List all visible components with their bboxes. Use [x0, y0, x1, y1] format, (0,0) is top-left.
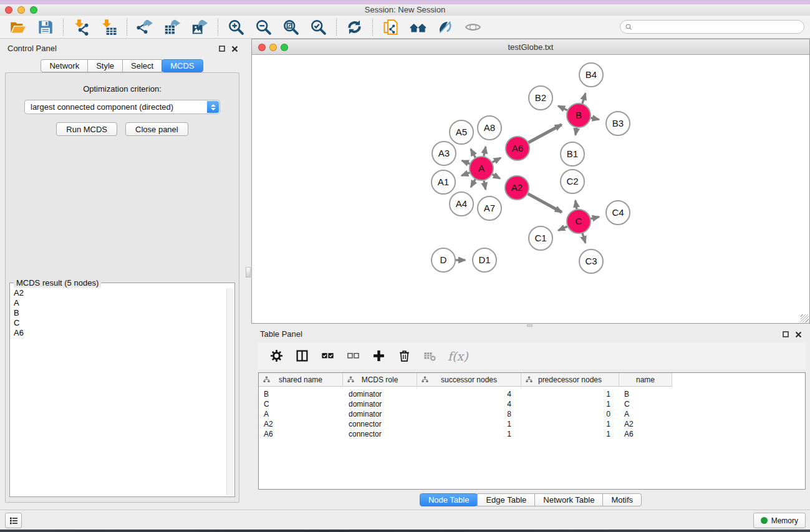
graph-edge-A2-C[interactable] — [528, 194, 562, 213]
table-row[interactable]: Bdominator41B — [259, 389, 805, 399]
tab-mcds[interactable]: MCDS — [162, 59, 203, 72]
graph-edge-A-A5[interactable] — [471, 149, 475, 157]
hide-graphics-details-icon[interactable] — [434, 17, 457, 37]
tab-select[interactable]: Select — [122, 59, 162, 72]
network-from-selection-icon[interactable] — [379, 17, 402, 37]
graph-node-label-B1: B1 — [567, 148, 578, 159]
column-header-shared-name[interactable]: shared name — [259, 373, 343, 387]
result-item[interactable]: C — [14, 318, 225, 328]
graph-node-label-B: B — [576, 110, 582, 120]
run-mcds-button[interactable]: Run MCDS — [56, 122, 117, 136]
graph-edge-A-A7[interactable] — [484, 181, 486, 190]
mcds-result-list[interactable]: A2ABCA6 — [11, 288, 225, 496]
import-table-icon[interactable] — [97, 17, 120, 37]
memory-button[interactable]: Memory — [753, 513, 806, 528]
tab-node-table[interactable]: Node Table — [420, 493, 478, 506]
export-image-icon[interactable] — [188, 17, 211, 37]
close-panel-button[interactable]: Close panel — [125, 122, 188, 136]
graph-edge-A-A1[interactable] — [461, 173, 470, 176]
graph-edge-A-A6[interactable] — [493, 158, 501, 162]
graph-edge-A-A4[interactable] — [471, 179, 475, 187]
zoom-fit-icon[interactable] — [279, 17, 302, 37]
split-columns-icon[interactable] — [294, 349, 309, 364]
result-item[interactable]: A6 — [14, 328, 225, 338]
eye-icon[interactable] — [461, 17, 485, 37]
select-all-icon[interactable] — [320, 349, 335, 364]
horizontal-split-handle[interactable] — [527, 324, 533, 327]
network-zoom-button[interactable] — [281, 44, 288, 51]
table-row[interactable]: A2connector11A2 — [259, 419, 805, 429]
add-row-icon[interactable] — [371, 349, 386, 364]
table-panel-title: Table Panel — [260, 329, 302, 339]
optimization-criterion-dropdown[interactable]: largest connected component (directed) — [24, 100, 220, 114]
graph-edge-A-A2[interactable] — [493, 175, 500, 179]
graph-edge-A-A3[interactable] — [462, 161, 470, 164]
graph-edge-B-B3[interactable] — [591, 118, 599, 120]
graph-edge-C-C1[interactable] — [558, 226, 567, 230]
graph-edge-A-A8[interactable] — [484, 147, 486, 156]
deselect-all-icon[interactable] — [345, 349, 360, 364]
tab-edge-table[interactable]: Edge Table — [477, 493, 535, 506]
result-item[interactable]: B — [14, 308, 225, 318]
open-file-icon[interactable] — [6, 17, 29, 37]
tab-motifs[interactable]: Motifs — [602, 493, 642, 506]
delete-row-icon[interactable] — [397, 349, 412, 364]
refresh-icon[interactable] — [343, 17, 366, 37]
task-list-icon — [9, 516, 19, 526]
float-panel-icon[interactable] — [218, 44, 226, 53]
graph-edge-C-C3[interactable] — [582, 233, 586, 243]
main-toolbar-groups — [6, 17, 485, 37]
float-table-panel-icon[interactable] — [781, 330, 790, 339]
table-row[interactable]: Cdominator41C — [259, 399, 805, 409]
network-canvas[interactable]: AA1A2A3A4A5A6A7A8BB1B2B3B4CC1C2C3C4DD1 — [252, 55, 809, 323]
toolbar-group — [6, 17, 57, 37]
result-item[interactable]: A2 — [14, 288, 225, 298]
graph-edge-C-C4[interactable] — [591, 217, 599, 219]
resize-grip-icon[interactable] — [801, 314, 809, 322]
column-header-predecessor-nodes[interactable]: predecessor nodes — [521, 373, 619, 387]
search-input[interactable] — [635, 22, 799, 31]
graph-node-label-B3: B3 — [612, 118, 624, 128]
graph-node-label-A4: A4 — [456, 198, 467, 209]
network-window-titlebar[interactable]: testGlobe.txt — [252, 39, 809, 55]
graph-edge-A6-B[interactable] — [529, 125, 562, 143]
graph-edge-B-B4[interactable] — [582, 94, 586, 104]
sort-icon — [526, 376, 533, 385]
table-row[interactable]: Adominator80A — [259, 409, 805, 419]
task-history-button[interactable] — [5, 513, 22, 528]
column-label: shared name — [279, 375, 322, 384]
graph-edge-B-B2[interactable] — [558, 106, 567, 110]
network-close-button[interactable] — [258, 44, 266, 51]
save-session-icon[interactable] — [34, 17, 57, 37]
gear-icon[interactable] — [269, 349, 284, 364]
graph-edge-B-B1[interactable] — [576, 128, 577, 135]
export-network-icon[interactable] — [133, 17, 157, 37]
export-table-icon[interactable] — [161, 17, 184, 37]
table-row[interactable]: A6connector11A6 — [259, 429, 805, 439]
toolbar-group — [70, 17, 120, 37]
zoom-in-icon[interactable] — [224, 17, 248, 37]
column-header-name[interactable]: name — [619, 373, 672, 387]
cybrowser-home-icon[interactable] — [407, 17, 430, 37]
zoom-out-icon[interactable] — [252, 17, 275, 37]
graph-edge-C-C2[interactable] — [576, 201, 577, 210]
zoom-selected-icon[interactable] — [307, 17, 330, 37]
close-table-panel-icon[interactable] — [794, 330, 803, 339]
table-cell: connector — [343, 419, 417, 429]
table-cell: A — [619, 409, 672, 419]
import-network-icon[interactable] — [70, 17, 93, 37]
column-header-mcds-role[interactable]: MCDS role — [343, 373, 417, 387]
tab-network-table[interactable]: Network Table — [534, 493, 603, 506]
network-minimize-button[interactable] — [269, 44, 277, 51]
minimize-window-button[interactable] — [17, 6, 25, 14]
close-window-button[interactable] — [5, 6, 12, 14]
tab-network[interactable]: Network — [41, 59, 88, 72]
tab-style[interactable]: Style — [87, 59, 123, 72]
column-header-successor-nodes[interactable]: successor nodes — [417, 373, 521, 387]
close-panel-icon[interactable] — [230, 44, 239, 53]
search-box[interactable] — [620, 20, 804, 34]
result-item[interactable]: A — [14, 298, 225, 308]
result-scrollbar[interactable] — [226, 288, 234, 496]
vertical-split-handle[interactable] — [246, 267, 251, 278]
zoom-window-button[interactable] — [30, 6, 37, 14]
